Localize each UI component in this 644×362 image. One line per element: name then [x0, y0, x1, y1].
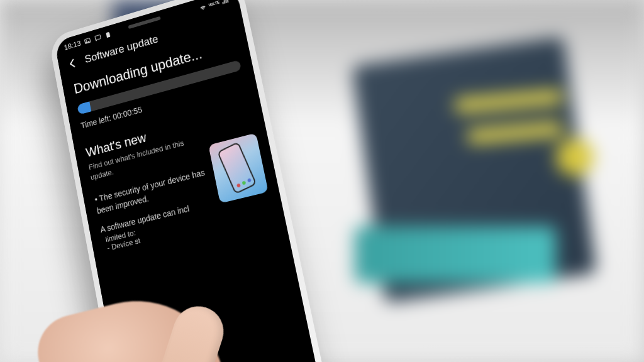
svg-point-3 — [96, 40, 97, 41]
signal-icon — [220, 0, 230, 6]
svg-rect-2 — [95, 35, 101, 40]
download-progress-fill — [77, 101, 91, 114]
svg-point-1 — [86, 40, 87, 41]
image-icon — [83, 36, 92, 46]
whats-new-thumbnail[interactable] — [208, 133, 268, 204]
cast-icon — [94, 33, 103, 43]
phone-screen: 18:13 VoLTE — [54, 0, 324, 362]
sim-icon — [104, 30, 113, 40]
volte-icon: VoLTE — [209, 0, 219, 9]
back-button[interactable] — [65, 55, 80, 72]
wifi-icon — [198, 2, 208, 12]
phone-frame: 18:13 VoLTE — [48, 0, 332, 362]
